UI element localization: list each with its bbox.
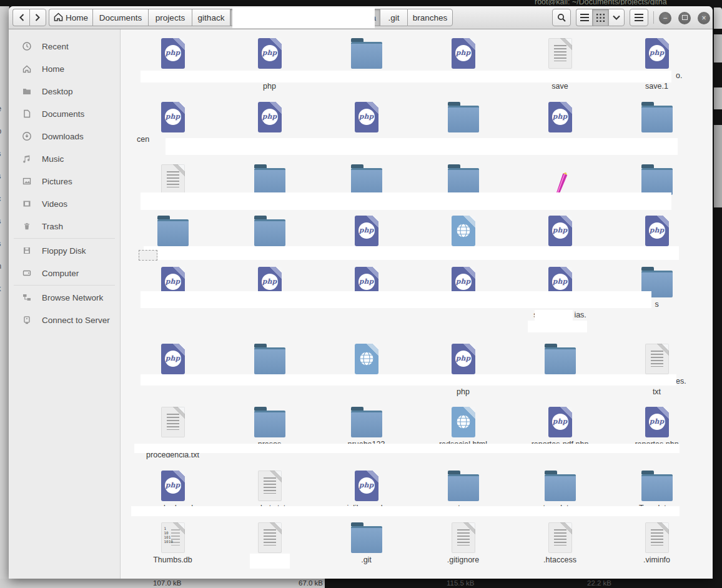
sidebar-item-computer[interactable]: Computer: [9, 262, 120, 284]
folder-icon: [157, 219, 189, 246]
php-icon: php: [548, 216, 572, 246]
file-item[interactable]: procedencia.txt: [124, 407, 221, 469]
php-icon: php: [161, 344, 185, 374]
file-grid-row: 1101011010Thumbs.db.git.gitignore.htacce…: [124, 522, 705, 579]
file-item[interactable]: [221, 522, 318, 579]
computer-icon: [22, 268, 32, 278]
text-icon: [258, 522, 282, 553]
redaction-overlay: [144, 246, 679, 260]
search-group: [552, 9, 571, 26]
php-icon: php: [452, 38, 475, 69]
breadcrumb-label: githack: [198, 13, 225, 22]
trash-icon: [22, 221, 32, 231]
php-badge: php: [262, 45, 278, 61]
html-icon: [355, 344, 378, 374]
php-badge: php: [165, 45, 181, 61]
file-item[interactable]: redsocial.html: [415, 407, 512, 469]
sidebar-item-documents[interactable]: Documents: [9, 102, 120, 125]
menu-button[interactable]: [630, 9, 648, 26]
file-item[interactable]: phpo.save.1: [608, 38, 705, 101]
file-item[interactable]: phpphp: [221, 38, 318, 101]
folder-icon: [351, 411, 382, 437]
file-item[interactable]: 1101011010Thumbs.db: [124, 522, 221, 579]
sidebar-item-label: Browse Network: [42, 293, 103, 302]
php-icon: php: [355, 102, 378, 132]
label-line: save: [512, 81, 608, 92]
redaction-overlay: [141, 192, 671, 210]
sidebar-item-connect-to-server[interactable]: Connect to Server: [9, 309, 120, 331]
file-size-text: 22.2 kB: [587, 579, 611, 587]
text-lines: [167, 171, 179, 187]
text-lines: [167, 414, 179, 430]
php-icon: php: [548, 407, 572, 437]
folder-item[interactable]: [318, 38, 415, 101]
file-item[interactable]: php: [512, 102, 608, 164]
sidebar-item-videos[interactable]: Videos: [9, 192, 120, 215]
list-view-button[interactable]: [576, 9, 592, 26]
forward-button[interactable]: [29, 9, 46, 26]
search-button[interactable]: [552, 9, 571, 26]
sidebar-item-desktop[interactable]: Desktop: [9, 80, 120, 102]
file-size-text: 115.5 kB: [447, 579, 475, 587]
background-window-sliver: tepsscsshkr: [0, 6, 9, 579]
folder-item[interactable]: [415, 102, 512, 164]
breadcrumb-item-projects[interactable]: projects: [148, 9, 192, 26]
binary-icon: 1101011010: [161, 522, 185, 553]
folder-item[interactable]: presos: [221, 407, 318, 469]
grid-view-button[interactable]: [592, 9, 608, 26]
binary-digits: 1101011010: [164, 526, 173, 544]
folder-item[interactable]: [608, 102, 705, 164]
sidebar-item-trash[interactable]: Trash: [9, 215, 120, 237]
file-item[interactable]: php: [415, 38, 512, 101]
recent-icon: [22, 41, 32, 51]
home-icon: [54, 12, 63, 23]
php-icon: php: [645, 216, 669, 246]
folder-item[interactable]: .git: [318, 522, 415, 579]
file-item[interactable]: .htaccess: [512, 522, 608, 579]
file-item[interactable]: .viminfo: [608, 522, 705, 579]
sidebar-item-home[interactable]: Home: [9, 57, 120, 80]
breadcrumb-item-branches[interactable]: branches: [407, 9, 453, 26]
sidebar-item-label: Documents: [42, 109, 84, 119]
php-badge: php: [359, 109, 375, 125]
sidebar-item-browse-network[interactable]: Browse Network: [9, 286, 120, 309]
breadcrumb-item-git[interactable]: .git: [380, 9, 407, 26]
file-item[interactable]: .gitignore: [415, 522, 512, 579]
breadcrumb-label: Documents: [99, 13, 142, 22]
sidebar-item-downloads[interactable]: Downloads: [9, 125, 120, 147]
maximize-button[interactable]: [678, 12, 691, 24]
view-options-button[interactable]: [608, 9, 625, 26]
sidebar-item-recent[interactable]: Recent: [9, 35, 120, 57]
php-badge: php: [552, 414, 568, 430]
pictures-icon: [22, 176, 32, 186]
label-line: .viminfo: [608, 555, 705, 566]
label-line: .gitignore: [415, 555, 512, 566]
minimize-button[interactable]: −: [659, 12, 671, 24]
file-item[interactable]: php: [221, 102, 318, 164]
file-item[interactable]: save: [512, 38, 608, 101]
folder-icon: [254, 347, 285, 374]
file-item[interactable]: phpreportes.php: [608, 407, 705, 469]
php-icon: php: [645, 407, 669, 437]
close-button[interactable]: ×: [698, 12, 710, 24]
php-icon: php: [161, 102, 185, 132]
sidebar-item-music[interactable]: Music: [9, 147, 120, 170]
back-button[interactable]: [12, 9, 29, 26]
text-icon: [548, 38, 572, 69]
file-item[interactable]: php: [124, 38, 221, 101]
breadcrumb-item-documents[interactable]: Documents: [92, 9, 148, 26]
breadcrumb-item-githack[interactable]: githack: [192, 9, 230, 26]
label-line: php: [415, 387, 512, 397]
file-item[interactable]: php: [318, 102, 415, 164]
php-badge: php: [455, 45, 472, 61]
php-badge: php: [649, 45, 665, 61]
search-icon: [557, 13, 566, 22]
file-item[interactable]: phpreportes-pdf.php: [512, 407, 608, 469]
php-icon: php: [258, 102, 282, 132]
file-item[interactable]: phpcen: [124, 102, 221, 164]
sidebar-item-floppy-disk[interactable]: Floppy Disk: [9, 239, 120, 262]
breadcrumb-item-home[interactable]: Home: [49, 9, 92, 26]
videos-icon: [22, 199, 32, 209]
folder-item[interactable]: prueba123: [318, 407, 415, 469]
sidebar-item-pictures[interactable]: Pictures: [9, 170, 120, 192]
